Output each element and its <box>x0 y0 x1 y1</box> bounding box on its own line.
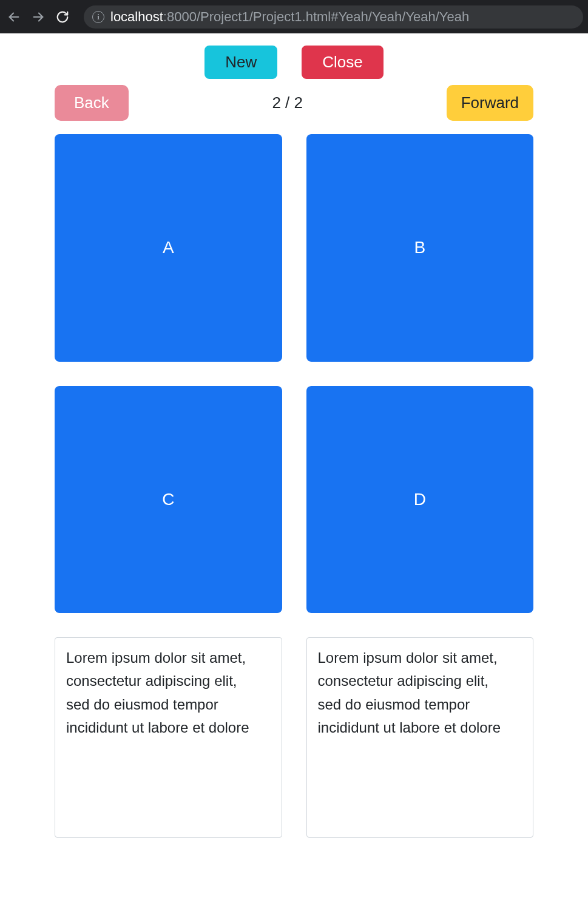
tile-label: B <box>414 238 425 257</box>
reload-icon <box>56 10 69 24</box>
tile-label: C <box>162 490 174 509</box>
tile-label: D <box>414 490 426 509</box>
text-box-left[interactable]: Lorem ipsum dolor sit amet, consectetur … <box>55 637 282 838</box>
url-host: localhost <box>110 9 163 24</box>
address-bar[interactable]: i localhost:8000/Project1/Project1.html#… <box>84 5 583 29</box>
text-line: sed do eiusmod tempor <box>318 693 522 716</box>
text-box-right[interactable]: Lorem ipsum dolor sit amet, consectetur … <box>306 637 534 838</box>
tile-a[interactable]: A <box>55 134 282 362</box>
back-button[interactable]: Back <box>55 85 129 121</box>
tile-c[interactable]: C <box>55 386 282 614</box>
text-line: Lorem ipsum dolor sit amet, <box>66 646 271 669</box>
text-line: incididunt ut labore et dolore <box>66 716 271 739</box>
tile-b[interactable]: B <box>306 134 534 362</box>
page-content: New Close Back 2 / 2 Forward A B C D Lor… <box>0 33 588 838</box>
new-button[interactable]: New <box>204 46 277 79</box>
close-button[interactable]: Close <box>302 46 383 79</box>
top-button-row: New Close <box>55 46 533 79</box>
text-line: incididunt ut labore et dolore <box>318 716 522 739</box>
browser-chrome: i localhost:8000/Project1/Project1.html#… <box>0 0 588 33</box>
nav-row: Back 2 / 2 Forward <box>55 85 533 121</box>
browser-reload-button[interactable] <box>53 8 72 26</box>
arrow-right-icon <box>32 10 45 24</box>
tile-grid: A B C D <box>55 134 533 613</box>
text-line: consectetur adipiscing elit, <box>318 669 522 693</box>
text-row: Lorem ipsum dolor sit amet, consectetur … <box>55 637 533 838</box>
url-text: localhost:8000/Project1/Project1.html#Ye… <box>110 9 469 25</box>
text-line: consectetur adipiscing elit, <box>66 669 271 693</box>
browser-back-button[interactable] <box>5 8 23 26</box>
tile-label: A <box>163 238 174 257</box>
text-line: sed do eiusmod tempor <box>66 693 271 716</box>
browser-forward-button[interactable] <box>29 8 47 26</box>
site-info-icon[interactable]: i <box>92 11 104 23</box>
tile-d[interactable]: D <box>306 386 534 614</box>
url-path: :8000/Project1/Project1.html#Yeah/Yeah/Y… <box>163 9 469 24</box>
page-counter: 2 / 2 <box>129 93 447 112</box>
forward-button[interactable]: Forward <box>447 85 533 121</box>
arrow-left-icon <box>7 10 21 24</box>
text-line: Lorem ipsum dolor sit amet, <box>318 646 522 669</box>
